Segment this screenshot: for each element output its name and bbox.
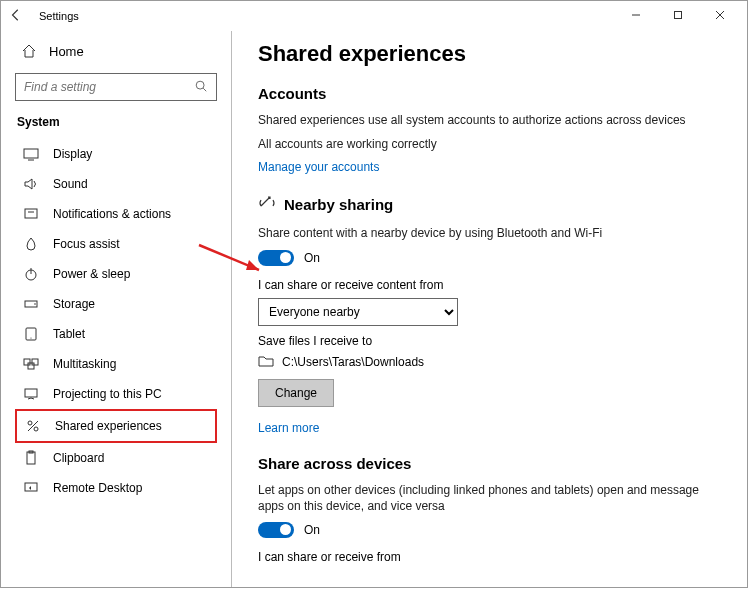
across-scope-label: I can share or receive from [258,550,721,564]
across-toggle-state: On [304,523,320,537]
sidebar-item-label: Power & sleep [53,267,130,281]
home-nav[interactable]: Home [15,37,217,65]
tablet-icon [23,326,39,342]
search-input[interactable] [24,80,194,94]
sidebar-item-power[interactable]: Power & sleep [15,259,217,289]
sidebar-item-label: Tablet [53,327,85,341]
page-title: Shared experiences [258,41,721,67]
display-icon [23,146,39,162]
sidebar-item-clipboard[interactable]: Clipboard [15,443,217,473]
close-button[interactable] [699,9,741,23]
sidebar-item-projecting[interactable]: Projecting to this PC [15,379,217,409]
accounts-desc: Shared experiences use all system accoun… [258,112,721,128]
folder-icon [258,354,274,371]
projecting-icon [23,386,39,402]
sidebar-item-shared-experiences[interactable]: Shared experiences [15,409,217,443]
sidebar-item-label: Focus assist [53,237,120,251]
clipboard-icon [23,450,39,466]
accounts-heading: Accounts [258,85,721,102]
svg-point-19 [34,427,38,431]
sidebar-item-label: Notifications & actions [53,207,171,221]
sound-icon [23,176,39,192]
sidebar-item-notifications[interactable]: Notifications & actions [15,199,217,229]
svg-rect-6 [25,209,37,218]
svg-point-2 [196,81,204,89]
svg-point-18 [28,421,32,425]
maximize-button[interactable] [657,9,699,23]
minimize-button[interactable] [615,9,657,23]
svg-rect-21 [27,452,35,464]
nearby-desc: Share content with a nearby device by us… [258,225,721,241]
sidebar-item-label: Remote Desktop [53,481,142,495]
sidebar-item-label: Shared experiences [55,419,162,433]
home-label: Home [49,44,84,59]
remote-desktop-icon [23,480,39,496]
nearby-scope-select[interactable]: Everyone nearby [258,298,458,326]
focus-assist-icon [23,236,39,252]
sidebar-item-label: Sound [53,177,88,191]
nearby-sharing-icon [258,194,276,215]
search-input-container[interactable] [15,73,217,101]
sidebar-item-label: Clipboard [53,451,104,465]
nearby-save-path: C:\Users\Taras\Downloads [282,355,424,369]
sidebar-item-focus-assist[interactable]: Focus assist [15,229,217,259]
sidebar-item-multitasking[interactable]: Multitasking [15,349,217,379]
svg-point-11 [34,303,36,305]
sidebar-group-label: System [15,115,217,129]
sidebar-item-remote-desktop[interactable]: Remote Desktop [15,473,217,503]
across-desc: Let apps on other devices (including lin… [258,482,721,514]
power-icon [23,266,39,282]
nearby-toggle-state: On [304,251,320,265]
svg-rect-15 [32,359,38,365]
change-button[interactable]: Change [258,379,334,407]
window-title: Settings [39,10,79,22]
nearby-heading: Nearby sharing [284,196,393,213]
accounts-status: All accounts are working correctly [258,136,721,152]
shared-experiences-icon [25,418,41,434]
sidebar-item-sound[interactable]: Sound [15,169,217,199]
multitasking-icon [23,356,39,372]
nearby-sharing-toggle[interactable] [258,250,294,266]
across-devices-toggle[interactable] [258,522,294,538]
svg-line-3 [203,88,206,91]
notifications-icon [23,206,39,222]
search-icon [194,79,208,96]
svg-rect-17 [25,389,37,397]
sidebar-item-label: Multitasking [53,357,116,371]
storage-icon [23,296,39,312]
svg-rect-1 [675,12,682,19]
sidebar-item-display[interactable]: Display [15,139,217,169]
svg-point-13 [30,337,31,338]
learn-more-link[interactable]: Learn more [258,421,721,435]
svg-line-20 [28,421,38,431]
sidebar-item-storage[interactable]: Storage [15,289,217,319]
sidebar-item-label: Display [53,147,92,161]
svg-rect-14 [24,359,30,365]
back-button[interactable] [7,8,25,24]
svg-rect-4 [24,149,38,158]
nearby-scope-label: I can share or receive content from [258,278,721,292]
manage-accounts-link[interactable]: Manage your accounts [258,160,721,174]
sidebar-item-label: Projecting to this PC [53,387,162,401]
nearby-save-label: Save files I receive to [258,334,721,348]
across-heading: Share across devices [258,455,721,472]
home-icon [21,43,37,59]
svg-rect-16 [28,363,34,369]
sidebar-item-tablet[interactable]: Tablet [15,319,217,349]
sidebar-item-label: Storage [53,297,95,311]
